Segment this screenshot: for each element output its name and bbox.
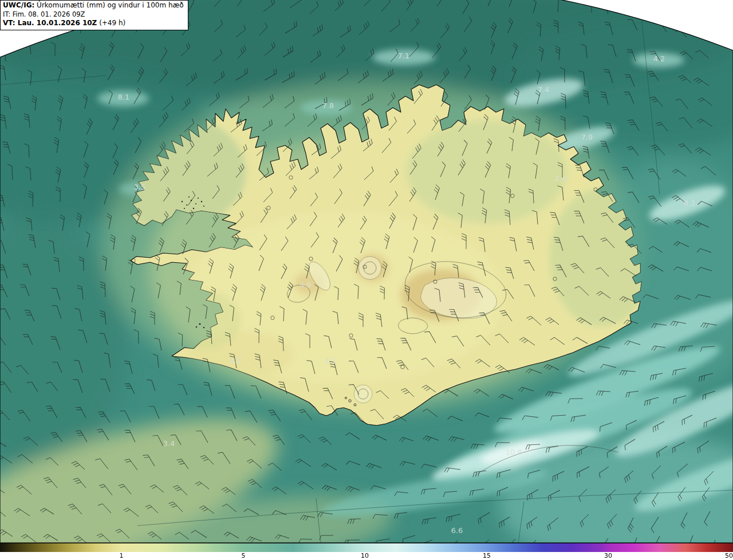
map-value-label: 8.1 xyxy=(118,93,130,101)
colorbar-tick-label: 15 xyxy=(483,552,491,559)
map-domain: 7.14.28.17.87.47.93.52.48.34.94.24.13.41… xyxy=(0,0,733,543)
map-value-label: 2.4 xyxy=(555,174,567,183)
weather-map-canvas: 7.14.28.17.87.47.93.52.48.34.94.24.13.41… xyxy=(0,0,733,543)
map-value-label: 4.2 xyxy=(653,54,665,63)
colorbar-tick-label: 10 xyxy=(361,552,369,559)
map-legend-box: UWC/IG: Úrkomumætti (mm) og vindur i 100… xyxy=(0,0,188,30)
title-line: UWC/IG: Úrkomumætti (mm) og vindur i 100… xyxy=(3,1,184,10)
map-value-label: 7.4 xyxy=(538,85,550,94)
map-value-label: 7.9 xyxy=(581,133,593,141)
colorbar-labels: 1510153050 xyxy=(0,552,733,560)
map-value-label: 10.8 xyxy=(506,448,522,456)
map-value-label: 7.1 xyxy=(398,52,410,60)
map-value-label: 4.1 xyxy=(325,357,337,365)
map-title: Úrkomumætti (mm) og vindur i 100m hæð xyxy=(34,1,183,9)
colorbar-tick-label: 50 xyxy=(725,552,733,559)
glacier-myrdalsjokull xyxy=(354,385,372,403)
init-time: IT: Fim. 08. 01. 2026 09Z xyxy=(3,10,184,19)
valid-time-line: VT: Lau. 10.01.2026 10Z (+49 h) xyxy=(3,19,184,28)
glacier-hofsjokull xyxy=(358,257,381,279)
weather-map-page: 7.14.28.17.87.47.93.52.48.34.94.24.13.41… xyxy=(0,0,733,560)
colorbar-gradient xyxy=(0,543,733,552)
valid-time-offset: (+49 h) xyxy=(97,19,125,27)
valid-time: VT: Lau. 10.01.2026 10Z xyxy=(3,19,97,27)
map-value-label: 8.3 xyxy=(684,199,696,207)
colorbar-tick-label: 30 xyxy=(604,552,612,559)
colorbar: 1510153050 xyxy=(0,543,733,560)
map-value-label: 6.6 xyxy=(451,526,463,535)
map-value-label: 7.8 xyxy=(322,101,334,110)
colorbar-tick-label: 1 xyxy=(119,552,123,559)
model-id: UWC/IG: xyxy=(3,1,34,9)
colorbar-tick-label: 5 xyxy=(241,552,245,559)
map-value-label: 4.2 xyxy=(230,356,242,365)
map-area: 7.14.28.17.87.47.93.52.48.34.94.24.13.41… xyxy=(0,0,733,543)
map-value-label: 3.4 xyxy=(163,439,175,448)
map-value-label: 3.5 xyxy=(134,183,146,191)
map-value-label: 4.9 xyxy=(299,281,312,289)
